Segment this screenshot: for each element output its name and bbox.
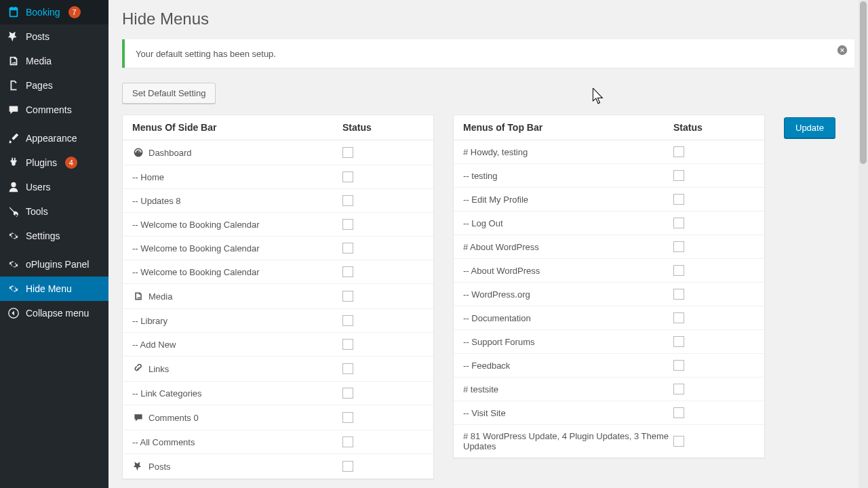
sidebar-item-tools[interactable]: Tools — [0, 199, 108, 224]
row-status-cell — [342, 243, 424, 253]
status-checkbox[interactable] — [342, 291, 353, 302]
status-checkbox[interactable] — [673, 194, 684, 205]
sidebar-item-pages[interactable]: Pages — [0, 73, 108, 98]
status-checkbox[interactable] — [342, 363, 353, 374]
status-checkbox[interactable] — [673, 360, 684, 371]
row-text: -- All Comments — [132, 437, 195, 447]
sidebar-item-label: Users — [26, 182, 51, 192]
link-icon — [132, 363, 144, 375]
status-checkbox[interactable] — [673, 436, 684, 447]
sidebar-item-users[interactable]: Users — [0, 175, 108, 199]
sidebar-item-label: Plugins — [26, 157, 57, 168]
row-text: -- Welcome to Booking Calendar — [132, 267, 260, 277]
sidebar-item-label: Comments — [26, 104, 72, 115]
sidebar-item-comments[interactable]: Comments — [0, 98, 108, 122]
set-default-button[interactable]: Set Default Setting — [122, 83, 216, 104]
gear-icon — [7, 282, 20, 296]
row-text: -- About WordPress — [463, 266, 540, 276]
update-button[interactable]: Update — [784, 117, 835, 138]
status-checkbox[interactable] — [342, 147, 353, 158]
sidebar-item-label: Pages — [26, 80, 53, 91]
vertical-scrollbar[interactable] — [859, 0, 868, 488]
sidebar-item-posts[interactable]: Posts — [0, 24, 108, 49]
row-label: -- Log Out — [463, 218, 673, 228]
row-text: -- Library — [132, 316, 167, 326]
row-label: # Howdy, testing — [463, 147, 673, 157]
status-checkbox[interactable] — [342, 195, 353, 206]
table-row: -- WordPress.org — [454, 283, 764, 306]
row-text: -- Welcome to Booking Calendar — [132, 243, 260, 253]
table-row: -- Edit My Profile — [454, 188, 764, 211]
status-checkbox[interactable] — [342, 243, 353, 253]
row-text: -- Documentation — [463, 313, 531, 323]
pin-icon — [132, 460, 144, 472]
status-checkbox[interactable] — [342, 219, 353, 230]
row-status-cell — [342, 436, 424, 447]
admin-sidebar: Booking7PostsMediaPagesCommentsAppearanc… — [0, 0, 108, 488]
sidebar-item-oplugins-panel[interactable]: oPlugins Panel — [0, 252, 108, 277]
status-checkbox[interactable] — [342, 315, 353, 326]
status-checkbox[interactable] — [342, 412, 353, 423]
status-checkbox[interactable] — [342, 436, 353, 447]
table-row: -- Add New — [123, 333, 433, 357]
status-checkbox[interactable] — [673, 336, 684, 347]
table-row: # 81 WordPress Update, 4 Plugin Updates,… — [454, 425, 764, 458]
row-status-cell — [342, 195, 424, 206]
sidebar-item-hide-menu[interactable]: Hide Menu — [0, 277, 108, 301]
table-row: -- Log Out — [454, 211, 764, 235]
sidebar-item-label: Tools — [26, 206, 48, 217]
status-checkbox[interactable] — [673, 265, 684, 276]
status-checkbox[interactable] — [342, 388, 353, 399]
status-checkbox[interactable] — [673, 146, 684, 157]
status-checkbox[interactable] — [342, 171, 353, 182]
row-status-cell — [673, 336, 755, 347]
table-row: -- Feedback — [454, 354, 764, 378]
row-label: # About WordPress — [463, 242, 673, 252]
sidebar-item-media[interactable]: Media — [0, 49, 108, 73]
sidebar-item-appearance[interactable]: Appearance — [0, 126, 108, 150]
table-row: -- Visit Site — [454, 401, 764, 425]
row-status-cell — [342, 412, 424, 423]
table-row: Links — [123, 357, 433, 382]
sidebar-item-settings[interactable]: Settings — [0, 224, 108, 248]
status-checkbox[interactable] — [673, 218, 684, 228]
status-checkbox[interactable] — [342, 339, 353, 350]
row-label: Comments 0 — [132, 411, 342, 424]
row-label: -- Support Forums — [463, 337, 673, 347]
left-header-label: Menus Of Side Bar — [132, 122, 342, 133]
dismiss-notice-button[interactable] — [835, 45, 849, 58]
sidebar-item-plugins[interactable]: Plugins4 — [0, 150, 108, 175]
row-text: # 81 WordPress Update, 4 Plugin Updates,… — [463, 431, 673, 451]
close-icon — [837, 45, 848, 58]
row-text: Dashboard — [149, 148, 192, 158]
brush-icon — [7, 131, 20, 145]
row-text: -- Home — [132, 172, 164, 182]
row-status-cell — [673, 218, 755, 228]
row-label: -- Library — [132, 316, 342, 326]
sidebar-item-label: Media — [26, 56, 52, 66]
row-text: -- WordPress.org — [463, 289, 530, 300]
row-text: -- Link Categories — [132, 388, 202, 399]
status-checkbox[interactable] — [673, 241, 684, 252]
scrollbar-thumb[interactable] — [860, 1, 867, 164]
media-icon — [7, 54, 20, 68]
row-text: Links — [149, 364, 169, 374]
row-status-cell — [342, 315, 424, 326]
row-status-cell — [342, 339, 424, 350]
sidebar-item-booking[interactable]: Booking7 — [0, 0, 108, 24]
row-status-cell — [342, 219, 424, 230]
status-checkbox[interactable] — [673, 170, 684, 181]
sidebar-item-collapse-menu[interactable]: Collapse menu — [0, 301, 108, 325]
table-row: -- Welcome to Booking Calendar — [123, 213, 433, 237]
status-checkbox[interactable] — [342, 266, 353, 277]
status-checkbox[interactable] — [673, 384, 684, 394]
status-checkbox[interactable] — [673, 289, 684, 300]
row-text: -- Visit Site — [463, 408, 506, 418]
row-status-cell — [342, 171, 424, 182]
row-text: -- Updates 8 — [132, 196, 181, 206]
row-label: -- Welcome to Booking Calendar — [132, 220, 342, 230]
status-checkbox[interactable] — [342, 461, 353, 472]
row-status-cell — [673, 384, 755, 394]
status-checkbox[interactable] — [673, 312, 684, 323]
status-checkbox[interactable] — [673, 407, 684, 418]
